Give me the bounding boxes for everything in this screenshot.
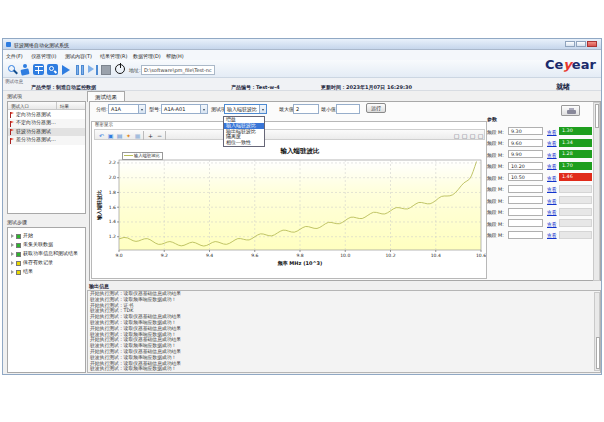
band-input-4[interactable]: 10.50 [508, 173, 543, 181]
test-item-1[interactable]: 不定向功分器测... [8, 119, 85, 128]
band-label: 频段 M: [487, 186, 504, 192]
result-value-4: 1.46 [559, 173, 592, 181]
copy-icon[interactable]: ▤ [116, 132, 123, 139]
test-item-3[interactable]: 差分功分器测试... [8, 136, 85, 145]
minimize-button[interactable] [565, 41, 575, 47]
grid-icon[interactable]: ▦ [134, 132, 141, 139]
band-input-3[interactable]: 10.20 [508, 162, 543, 170]
svg-text:9.8: 9.8 [296, 253, 303, 258]
flag-icon [10, 121, 15, 127]
flag-icon [10, 112, 15, 118]
run-play-icon[interactable] [62, 65, 73, 76]
min-label: 最小值 [321, 106, 336, 112]
restore-icon[interactable]: ▢ [461, 132, 468, 139]
log-title: 输出信息 [89, 283, 109, 289]
product-type: 产品类型：制造自动监控数据 [31, 84, 96, 90]
min-input[interactable] [336, 104, 360, 114]
view-link-8[interactable]: 查看 [547, 221, 557, 227]
power-icon[interactable] [115, 64, 125, 74]
log-scrollbar[interactable] [594, 292, 600, 371]
zoom-in-icon[interactable]: + [147, 132, 154, 139]
chart-toolbar: ↶▣▤✦▦+−▢▢▢▢ [94, 129, 485, 140]
band-label: 频段 M: [487, 209, 504, 215]
settings-icon[interactable]: ✦ [125, 132, 132, 139]
step-forward-icon[interactable] [88, 64, 99, 75]
status-square [16, 270, 21, 275]
step-item-0[interactable]: 开始 [8, 232, 85, 241]
calibration-icon[interactable] [20, 64, 31, 75]
stop-icon[interactable] [101, 65, 111, 75]
max-label: 最大值 [279, 106, 294, 112]
main-scrollbar[interactable] [593, 102, 600, 281]
band-input-9[interactable] [508, 231, 543, 239]
svg-text:1.4: 1.4 [109, 219, 116, 224]
band-input-2[interactable]: 9.90 [508, 150, 543, 158]
status-square [16, 234, 21, 239]
band-label: 频段 M: [487, 221, 504, 227]
search-view-icon[interactable] [47, 64, 58, 75]
menu-2[interactable]: 测试内容(T) [65, 53, 92, 59]
view-link-0[interactable]: 查看 [547, 129, 557, 135]
group-combo[interactable]: A1A [108, 104, 146, 114]
model-combo[interactable]: A1A-A01 [161, 104, 208, 114]
band-label: 频段 M: [487, 152, 504, 158]
tile-icon[interactable]: ▢ [469, 132, 476, 139]
zoom-out-icon[interactable]: − [156, 132, 163, 139]
band-input-8[interactable] [508, 219, 543, 227]
save-icon[interactable]: ▣ [107, 132, 114, 139]
maximize-icon[interactable]: ▢ [453, 132, 460, 139]
status-square [16, 252, 21, 257]
vswr-chart: 9.09.29.49.69.810.010.210.410.61.21.41.6… [94, 141, 486, 278]
svg-text:1.8: 1.8 [109, 190, 116, 195]
band-input-1[interactable]: 9.60 [508, 139, 543, 147]
pause-icon[interactable] [75, 64, 86, 75]
band-input-5[interactable] [508, 185, 543, 193]
view-link-7[interactable]: 查看 [547, 209, 557, 215]
svg-text:9.6: 9.6 [251, 253, 258, 258]
maximize-button[interactable] [576, 41, 586, 47]
data-table-icon[interactable] [33, 64, 44, 75]
status-square [16, 261, 21, 266]
test-item-0[interactable]: 定向功分器测试 [8, 111, 85, 120]
menu-0[interactable]: 文件(F) [6, 53, 23, 59]
band-input-7[interactable] [508, 208, 543, 216]
close-button[interactable] [587, 41, 597, 47]
view-link-5[interactable]: 查看 [547, 186, 557, 192]
view-link-4[interactable]: 查看 [547, 175, 557, 181]
step-item-1[interactable]: 采集关联数据 [8, 241, 85, 250]
view-link-1[interactable]: 查看 [547, 140, 557, 146]
step-item-4[interactable]: 结果 [8, 268, 85, 277]
band-label: 频段 M: [487, 129, 504, 135]
test-item-2[interactable]: 驻波功分器测试 [8, 128, 85, 137]
sidebar-section2-title: 测试步骤 [7, 219, 27, 225]
item-combo[interactable]: 输入端驻波比 [224, 104, 267, 114]
dropdown-option-4[interactable]: 相位一致性 [224, 140, 264, 146]
result-value-2: 1.28 [559, 150, 592, 158]
max-input[interactable]: 2 [293, 104, 319, 114]
product-no: 产品编号：Test-w-4 [231, 84, 280, 90]
menu-5[interactable]: 帮助(H) [166, 53, 184, 59]
print-button[interactable] [561, 105, 580, 116]
menu-3[interactable]: 结果管理(R) [100, 53, 127, 59]
view-link-2[interactable]: 查看 [547, 152, 557, 158]
svg-text:频率 MHz (10^3): 频率 MHz (10^3) [277, 260, 323, 266]
menu-4[interactable]: 数据管理(D) [133, 53, 161, 59]
band-input-6[interactable] [508, 196, 543, 204]
cascade-icon[interactable]: ▢ [477, 132, 484, 139]
view-link-6[interactable]: 查看 [547, 198, 557, 204]
svg-text:2.2: 2.2 [109, 160, 116, 165]
instrument-connect-icon[interactable] [7, 64, 18, 75]
svg-text:10.4: 10.4 [431, 253, 441, 258]
run-button[interactable]: 运行 [366, 103, 386, 113]
menu-1[interactable]: 仪器管理(I) [31, 53, 56, 59]
step-item-2[interactable]: 获取功率信息和测试结果 [8, 250, 85, 259]
view-link-3[interactable]: 查看 [547, 163, 557, 169]
item-dropdown-list[interactable]: 增益输入端驻波比输出端驻波比隔离度相位一致性 [223, 116, 265, 147]
undo-icon[interactable]: ↶ [98, 132, 105, 139]
path-label: 地址: [129, 67, 141, 73]
chart-legend: 输入端驻波比 [122, 152, 163, 160]
step-item-3[interactable]: 保存有效记录 [8, 259, 85, 268]
view-link-9[interactable]: 查看 [547, 232, 557, 238]
band-input-0[interactable]: 9.30 [508, 127, 543, 135]
path-input[interactable]: D:\software\pm_file\Test-nc [141, 65, 215, 75]
